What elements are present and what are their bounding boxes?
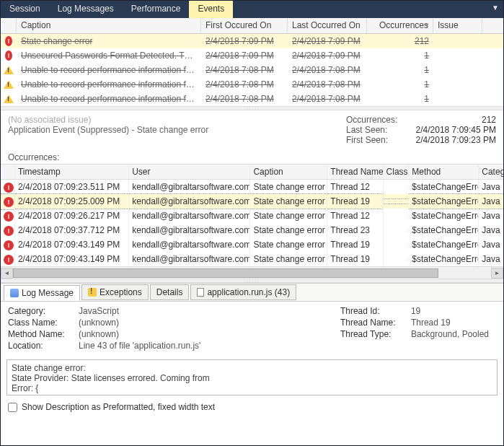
event-last: 2/4/2018 7:09 PM [288, 35, 367, 48]
occ-category: Java [479, 237, 503, 252]
event-last: 2/4/2018 7:08 PM [288, 78, 367, 91]
btab-exceptions[interactable]: Exceptions [81, 284, 149, 300]
occ-caption: State change error [250, 209, 327, 223]
detail-class-value: (unknown) [79, 318, 119, 328]
occ-class [384, 214, 410, 218]
occ-col-method[interactable]: Method [409, 165, 479, 179]
horizontal-scrollbar[interactable]: ◄ ► [1, 266, 503, 279]
preformatted-checkbox[interactable] [8, 403, 17, 412]
event-occ: 1 [367, 78, 433, 91]
tab-events[interactable]: Events [189, 1, 233, 18]
tab-performance[interactable]: Performance [123, 1, 190, 18]
event-issue [433, 54, 482, 57]
col-occurrences[interactable]: Occurrences [367, 18, 433, 33]
desc-line-2: State Provider: State licenses errored. … [12, 373, 492, 383]
occ-method: $stateChangeError [409, 252, 479, 266]
tab-overflow-menu[interactable]: ▼ [487, 1, 503, 18]
detail-threadtype-value: Background, Pooled [411, 329, 489, 339]
event-last: 2/4/2018 7:08 PM [288, 64, 367, 76]
occ-col-category[interactable]: Categor [479, 165, 503, 179]
no-issue-label: (No associated issue) [8, 115, 208, 125]
occ-col-thread[interactable]: Thread Name [327, 165, 383, 179]
event-issue [433, 40, 482, 43]
occ-caption: State change error [250, 252, 327, 266]
scroll-left-button[interactable]: ◄ [1, 268, 13, 279]
summary-first-value: 2/4/2018 7:09:23 PM [410, 135, 496, 145]
occ-class [384, 257, 410, 261]
occ-caption: State change error [250, 223, 327, 237]
occurrence-row[interactable]: !2/4/2018 07:09:25.009 PMkendall@gibralt… [1, 194, 503, 209]
event-first: 2/4/2018 7:08 PM [201, 78, 288, 91]
preformatted-check-row: Show Description as Preformatted, fixed … [1, 398, 503, 418]
tab-log-messages[interactable]: Log Messages [49, 1, 123, 18]
btab-det-label: Details [156, 287, 183, 297]
error-icon: ! [4, 255, 14, 265]
summary-last-value: 2/4/2018 7:09:45 PM [410, 125, 496, 135]
col-last-occurred[interactable]: Last Occurred On [288, 18, 367, 33]
event-row[interactable]: !State change error2/4/2018 7:09 PM2/4/2… [1, 34, 503, 48]
scroll-thumb[interactable] [13, 268, 438, 278]
event-caption: Unable to record performance information… [17, 64, 201, 76]
occ-method: $stateChangeError [409, 237, 479, 252]
detail-class-label: Class Name: [8, 318, 73, 328]
btab-details[interactable]: Details [150, 284, 190, 300]
error-icon: ! [4, 197, 14, 207]
warning-icon [4, 80, 14, 89]
detail-location-link[interactable]: Line 43 of file 'application.run.js' [79, 341, 200, 351]
col-issue[interactable]: Issue [433, 18, 482, 33]
events-grid-header: Caption First Occured On Last Occurred O… [1, 18, 503, 34]
col-icon[interactable] [1, 18, 17, 33]
occurrences-header: Timestamp User Caption Thread Name Class… [1, 164, 503, 180]
occ-thread: Thread 19 [327, 193, 383, 209]
col-first-occurred[interactable]: First Occured On [201, 18, 288, 33]
event-caption: Unsecured Passwords Format Detected. The… [17, 49, 201, 62]
detail-threadname-value: Thread 19 [411, 318, 451, 328]
description-box[interactable]: State change error: State Provider: Stat… [6, 359, 498, 395]
occ-col-icon[interactable] [1, 165, 15, 179]
desc-line-3: Error: { [12, 383, 492, 393]
occurrence-row[interactable]: !2/4/2018 07:09:43.149 PMkendall@gibralt… [1, 252, 503, 266]
occ-method: $stateChangeError [409, 193, 479, 209]
occ-class [384, 198, 410, 204]
log-message-icon [10, 289, 19, 297]
warning-icon [4, 95, 14, 103]
occurrence-row[interactable]: !2/4/2018 07:09:43.149 PMkendall@gibralt… [1, 237, 503, 252]
occurrence-row[interactable]: !2/4/2018 07:09:23.511 PMkendall@gibralt… [1, 180, 503, 194]
occ-timestamp: 2/4/2018 07:09:43.149 PM [15, 237, 129, 252]
event-row[interactable]: !Unsecured Passwords Format Detected. Th… [1, 48, 503, 63]
detail-panel: Category:JavaScript Class Name:(unknown)… [1, 302, 503, 357]
occ-category: Java [479, 180, 503, 194]
error-icon: ! [4, 211, 14, 222]
col-caption[interactable]: Caption [17, 18, 201, 33]
event-row[interactable]: Unable to record performance information… [1, 77, 503, 92]
occ-thread: Thread 23 [327, 223, 383, 237]
occ-col-user[interactable]: User [129, 165, 250, 179]
scroll-right-button[interactable]: ► [491, 268, 503, 279]
event-title: Application Event (Suppressed) - State c… [8, 125, 208, 135]
occ-method: $stateChangeError [409, 180, 479, 194]
exceptions-icon [88, 288, 97, 297]
event-issue [433, 69, 482, 71]
occ-col-timestamp[interactable]: Timestamp [15, 165, 129, 179]
btab-log-message[interactable]: Log Message [4, 285, 80, 301]
occurrence-row[interactable]: !2/4/2018 07:09:26.217 PMkendall@gibralt… [1, 209, 503, 223]
error-icon: ! [5, 51, 12, 61]
occ-user: kendall@gibraltarsoftware.com [129, 237, 250, 252]
btab-file-label: application.run.js (43) [207, 287, 290, 297]
occ-col-caption[interactable]: Caption [250, 165, 327, 179]
event-caption: Unable to record performance information… [17, 92, 201, 105]
occ-thread: Thread 12 [327, 180, 383, 194]
occ-category: Java [479, 209, 503, 223]
tab-session[interactable]: Session [1, 1, 49, 18]
occ-method: $stateChangeError [409, 223, 479, 237]
occ-class [384, 228, 410, 232]
event-first: 2/4/2018 7:08 PM [201, 92, 288, 105]
event-row[interactable]: Unable to record performance information… [1, 63, 503, 77]
detail-tab-bar: Log Message Exceptions Details applicati… [1, 283, 503, 302]
event-row[interactable]: Unable to record performance information… [1, 92, 503, 106]
btab-file[interactable]: application.run.js (43) [190, 284, 296, 300]
occurrence-row[interactable]: !2/4/2018 07:09:37.712 PMkendall@gibralt… [1, 223, 503, 237]
occ-col-class[interactable]: Class [384, 165, 410, 179]
error-icon: ! [5, 36, 12, 46]
occ-thread: Thread 12 [327, 209, 383, 223]
